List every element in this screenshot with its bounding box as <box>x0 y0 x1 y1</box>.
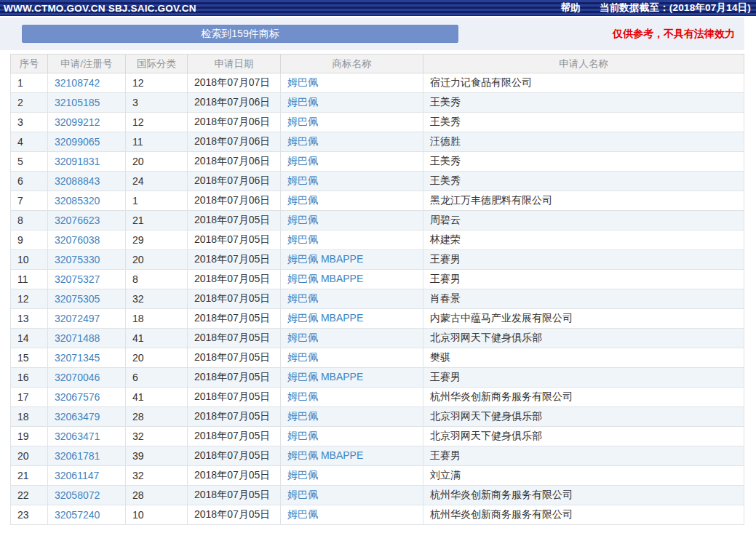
application-number-link[interactable]: 32075327 <box>55 273 100 285</box>
application-number-link[interactable]: 32061147 <box>55 470 99 481</box>
applicant-name-cell: 刘立满 <box>423 466 744 486</box>
trademark-name-link[interactable]: 姆巴佩 <box>287 469 318 481</box>
trademark-name-cell: 姆巴佩 <box>281 132 423 152</box>
trademark-name-link[interactable]: 姆巴佩 MBAPPE <box>287 253 363 265</box>
topbar: WWW.CTMO.GOV.CN SBJ.SAIC.GOV.CN 帮助 当前数据截… <box>0 0 756 16</box>
application-date-cell: 2018年07月07日 <box>188 73 281 93</box>
intl-class-cell: 39 <box>126 446 188 466</box>
table-row: 2232058072282018年07月05日姆巴佩杭州华炎创新商务服务有限公司 <box>11 486 744 505</box>
application-number-link[interactable]: 32070046 <box>55 372 100 383</box>
table-row: 2032061781392018年07月05日姆巴佩 MBAPPE王赛男 <box>11 446 744 466</box>
application-date-cell: 2018年07月05日 <box>188 289 281 309</box>
trademark-name-link[interactable]: 姆巴佩 MBAPPE <box>287 312 363 324</box>
serial-cell: 21 <box>11 466 48 486</box>
trademark-name-link[interactable]: 姆巴佩 <box>287 430 318 441</box>
trademark-name-link[interactable]: 姆巴佩 MBAPPE <box>287 273 363 284</box>
applicant-name-cell: 肖春景 <box>423 289 744 309</box>
column-header-serial: 序号 <box>11 55 48 73</box>
intl-class-cell: 11 <box>126 132 188 152</box>
application-number-link[interactable]: 32075330 <box>55 254 100 265</box>
column-header-applicant: 申请人名称 <box>423 55 744 73</box>
application-date-cell: 2018年07月05日 <box>188 309 281 329</box>
application-number-link[interactable]: 32099065 <box>55 136 100 148</box>
serial-cell: 15 <box>11 348 48 368</box>
trademark-name-link[interactable]: 姆巴佩 <box>287 155 318 167</box>
intl-class-cell: 8 <box>126 270 188 289</box>
intl-class-cell: 6 <box>126 368 188 388</box>
trademark-name-cell: 姆巴佩 <box>281 407 423 427</box>
trademark-name-cell: 姆巴佩 <box>281 486 423 505</box>
column-header-reg-number: 申请/注册号 <box>48 55 126 73</box>
trademark-name-link[interactable]: 姆巴佩 <box>287 410 318 422</box>
trademark-name-cell: 姆巴佩 <box>281 172 423 191</box>
application-number-link[interactable]: 32071345 <box>55 352 100 364</box>
applicant-name-cell: 汪德胜 <box>423 132 744 152</box>
applicant-name-cell: 王美秀 <box>423 93 744 113</box>
application-number-link[interactable]: 32058072 <box>55 489 100 501</box>
intl-class-cell: 10 <box>126 505 188 525</box>
application-number-cell: 32088843 <box>48 172 126 191</box>
application-date-cell: 2018年07月05日 <box>188 427 281 446</box>
trademark-name-link[interactable]: 姆巴佩 <box>287 489 318 500</box>
disclaimer-text: 仅供参考，不具有法律效力 <box>613 28 735 41</box>
intl-class-cell: 32 <box>126 466 188 486</box>
trademark-name-link[interactable]: 姆巴佩 <box>287 508 318 520</box>
trademark-name-link[interactable]: 姆巴佩 <box>287 332 318 343</box>
applicant-name-cell: 杭州华炎创新商务服务有限公司 <box>423 505 744 525</box>
result-count-button[interactable]: 检索到159件商标 <box>22 25 458 43</box>
application-number-link[interactable]: 32108742 <box>55 77 100 89</box>
application-number-link[interactable]: 32099212 <box>55 116 100 128</box>
trademark-name-link[interactable]: 姆巴佩 <box>287 390 318 402</box>
application-number-cell: 32108742 <box>48 73 126 93</box>
trademark-name-link[interactable]: 姆巴佩 MBAPPE <box>287 449 363 461</box>
application-number-link[interactable]: 32063479 <box>55 411 100 422</box>
application-number-link[interactable]: 32063471 <box>55 430 100 442</box>
trademark-name-link[interactable]: 姆巴佩 <box>287 76 318 88</box>
trademark-name-cell: 姆巴佩 <box>281 427 423 446</box>
application-number-link[interactable]: 32105185 <box>55 97 100 108</box>
serial-cell: 22 <box>11 486 48 505</box>
application-number-link[interactable]: 32088843 <box>55 175 100 187</box>
trademark-name-link[interactable]: 姆巴佩 MBAPPE <box>287 371 363 382</box>
application-number-link[interactable]: 32057240 <box>55 509 100 521</box>
trademark-name-link[interactable]: 姆巴佩 <box>287 96 318 108</box>
application-number-link[interactable]: 32085320 <box>55 195 100 207</box>
table-row: 2132061147322018年07月05日姆巴佩刘立满 <box>11 466 744 486</box>
data-cutoff-label: 当前数据截至：(2018年07月14日) <box>600 1 751 15</box>
application-number-link[interactable]: 32072497 <box>55 313 100 324</box>
intl-class-cell: 20 <box>126 348 188 368</box>
application-number-cell: 32072497 <box>48 309 126 329</box>
applicant-name-cell: 王美秀 <box>423 152 744 172</box>
application-number-link[interactable]: 32091831 <box>55 156 100 167</box>
applicant-name-cell: 王赛男 <box>423 446 744 466</box>
applicant-name-cell: 周碧云 <box>423 211 744 231</box>
trademark-name-cell: 姆巴佩 <box>281 329 423 348</box>
table-row: 1932063471322018年07月05日姆巴佩北京羽网天下健身俱乐部 <box>11 427 744 446</box>
application-number-link[interactable]: 32075305 <box>55 293 100 305</box>
trademark-name-link[interactable]: 姆巴佩 <box>287 214 318 225</box>
trademark-table-body: 132108742122018年07月07日姆巴佩宿迁力记食品有限公司23210… <box>11 73 744 525</box>
application-number-link[interactable]: 32071488 <box>55 332 100 344</box>
application-number-link[interactable]: 32061781 <box>55 450 100 462</box>
application-number-link[interactable]: 32067576 <box>55 391 100 403</box>
application-number-cell: 32099212 <box>48 113 126 132</box>
application-number-link[interactable]: 32076623 <box>55 215 100 226</box>
trademark-name-link[interactable]: 姆巴佩 <box>287 292 318 304</box>
trademark-name-cell: 姆巴佩 <box>281 466 423 486</box>
trademark-name-link[interactable]: 姆巴佩 <box>287 175 318 186</box>
help-link[interactable]: 帮助 <box>561 1 581 15</box>
application-date-cell: 2018年07月05日 <box>188 446 281 466</box>
intl-class-cell: 20 <box>126 250 188 270</box>
trademark-name-link[interactable]: 姆巴佩 <box>287 135 318 147</box>
trademark-name-link[interactable]: 姆巴佩 <box>287 233 318 245</box>
serial-cell: 5 <box>11 152 48 172</box>
application-date-cell: 2018年07月06日 <box>188 191 281 211</box>
trademark-name-link[interactable]: 姆巴佩 <box>287 194 318 206</box>
intl-class-cell: 20 <box>126 152 188 172</box>
serial-cell: 7 <box>11 191 48 211</box>
trademark-name-link[interactable]: 姆巴佩 <box>287 351 318 363</box>
application-number-link[interactable]: 32076038 <box>55 234 100 246</box>
trademark-name-link[interactable]: 姆巴佩 <box>287 116 318 127</box>
topbar-right: 帮助 当前数据截至：(2018年07月14日) <box>561 1 751 15</box>
column-header-app-date: 申请日期 <box>188 55 281 73</box>
